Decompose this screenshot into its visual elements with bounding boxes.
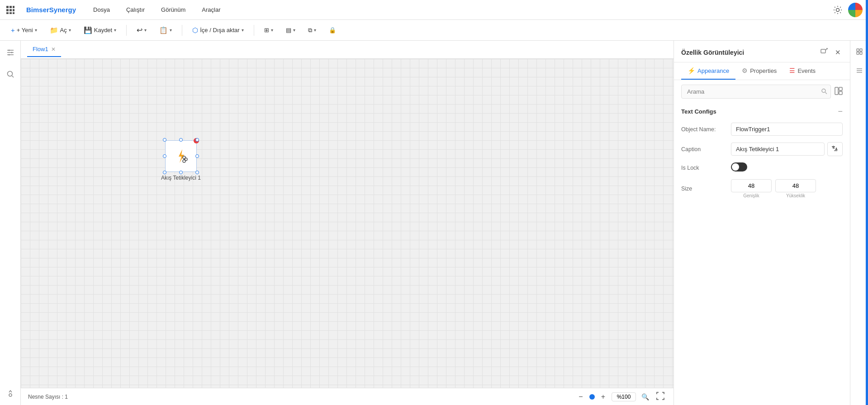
tab-close-icon[interactable]: ✕ [51, 46, 56, 52]
tab-appearance[interactable]: ⚡ Appearance [681, 62, 735, 80]
left-tool-bottom[interactable] [3, 386, 18, 400]
canvas[interactable]: Akış Tetikleyici 1 [21, 59, 674, 388]
settings-icon[interactable] [833, 5, 843, 15]
svg-rect-0 [6, 6, 9, 8]
open-button[interactable]: 📁 Aç ▾ [45, 24, 76, 37]
undo-button[interactable]: ↩ ▾ [132, 24, 151, 37]
save-button[interactable]: 💾 Kaydet ▾ [79, 24, 121, 37]
right-panel: Özellik Görüntüleyici ✕ ⚡ Appearance ⚙ [674, 41, 850, 405]
handle-bl[interactable] [163, 171, 166, 174]
width-input[interactable] [731, 179, 772, 192]
panel-close-button[interactable]: ✕ [833, 48, 843, 57]
tab-label: Flow1 [33, 46, 48, 52]
lock-button[interactable]: 🔒 [324, 24, 341, 36]
group-icon: ⧉ [308, 27, 312, 34]
handle-ml[interactable] [163, 154, 166, 158]
svg-point-26 [822, 89, 825, 92]
svg-point-13 [8, 50, 9, 51]
is-lock-toggle[interactable] [731, 162, 747, 172]
grid-button[interactable]: ⊞ ▾ [260, 24, 278, 36]
handle-bc[interactable] [179, 171, 183, 174]
zoom-out-button[interactable]: − [576, 392, 585, 402]
caption-value [731, 142, 843, 156]
size-row: Size Genişlik Yükseklik [681, 179, 843, 198]
svg-rect-4 [9, 9, 12, 11]
svg-rect-2 [13, 6, 14, 8]
app-logo: BimserSynergy [26, 6, 76, 14]
handle-tl[interactable] [163, 138, 166, 142]
appearance-icon: ⚡ [688, 67, 695, 74]
section-collapse-button[interactable]: − [838, 107, 843, 116]
handle-br[interactable] [195, 171, 199, 174]
svg-line-27 [825, 92, 827, 94]
object-name-value [731, 123, 843, 136]
section-title: Text Configs [681, 108, 716, 115]
size-value: Genişlik Yükseklik [731, 179, 843, 198]
zoom-in-button[interactable]: + [598, 392, 608, 402]
search-input[interactable] [681, 85, 831, 99]
object-name-input[interactable] [731, 123, 843, 136]
zoom-fit-icon[interactable] [655, 391, 666, 402]
width-label: Genişlik [743, 193, 759, 198]
svg-rect-31 [857, 49, 859, 51]
caption-row: Caption [681, 142, 843, 156]
lock-icon: 🔒 [329, 27, 336, 33]
svg-rect-3 [6, 9, 9, 11]
menu-dosya[interactable]: Dosya [90, 5, 114, 15]
tab-events[interactable]: ☰ Events [783, 62, 822, 80]
width-field: Genişlik [731, 179, 772, 198]
caption-translate-button[interactable] [827, 142, 843, 156]
clipboard-button[interactable]: 📋 ▾ [155, 24, 176, 37]
caption-label: Caption [681, 146, 731, 152]
zoom-search-icon[interactable]: 🔍 [640, 392, 651, 401]
svg-rect-34 [860, 52, 862, 54]
search-icon-button[interactable] [821, 88, 827, 95]
panel-layout-button[interactable] [835, 87, 843, 97]
main-area: Flow1 ✕ [0, 41, 868, 405]
zoom-value-input[interactable] [612, 392, 636, 401]
import-export-button[interactable]: ⬡ İçe / Dışa aktar ▾ [188, 24, 248, 37]
menubar-icons [833, 3, 863, 17]
tab-appearance-label: Appearance [697, 67, 729, 74]
menu-araclar[interactable]: Araçlar [198, 5, 224, 15]
layout-icon: ▤ [286, 27, 291, 33]
height-input[interactable] [775, 179, 816, 192]
panel-actions: ✕ [819, 47, 843, 57]
canvas-container: Flow1 ✕ [21, 41, 674, 405]
svg-rect-7 [9, 12, 12, 14]
caption-input[interactable] [731, 143, 825, 156]
right-col-icon-1[interactable] [853, 45, 866, 58]
svg-rect-25 [821, 49, 825, 53]
svg-rect-28 [835, 87, 838, 95]
svg-rect-32 [860, 49, 862, 51]
menu-calistir[interactable]: Çalıştır [123, 5, 148, 15]
size-label: Size [681, 186, 731, 192]
flow-object-box[interactable] [165, 140, 197, 172]
svg-rect-5 [13, 9, 14, 11]
svg-point-18 [9, 394, 12, 396]
handle-tr[interactable] [195, 138, 199, 142]
left-tool-search[interactable] [3, 67, 18, 81]
layout-button[interactable]: ▤ ▾ [281, 24, 300, 36]
tab-properties[interactable]: ⚙ Properties [735, 62, 783, 80]
menu-gorunum[interactable]: Görünüm [157, 5, 189, 15]
right-edge-accent [866, 0, 868, 405]
size-inputs: Genişlik Yükseklik [731, 179, 843, 198]
group-button[interactable]: ⧉ ▾ [304, 24, 321, 36]
flow-object[interactable]: Akış Tetikleyici 1 [161, 140, 201, 181]
left-tool-settings[interactable] [3, 45, 18, 60]
app-grid-icon[interactable] [5, 5, 15, 15]
import-export-icon: ⬡ [192, 26, 198, 34]
svg-rect-33 [857, 52, 859, 54]
tab-flow1[interactable]: Flow1 ✕ [27, 42, 61, 57]
right-col-icon-2[interactable] [853, 64, 866, 77]
panel-title: Özellik Görüntüleyici [681, 49, 819, 56]
panel-detach-button[interactable] [819, 47, 830, 57]
handle-mr[interactable] [195, 154, 199, 158]
search-container [681, 85, 831, 99]
app-icon[interactable] [848, 3, 863, 17]
height-field: Yükseklik [775, 179, 816, 198]
new-button[interactable]: + + Yeni ▾ [6, 24, 42, 36]
zoom-slider-handle[interactable] [589, 394, 595, 400]
handle-tc[interactable] [179, 138, 183, 142]
